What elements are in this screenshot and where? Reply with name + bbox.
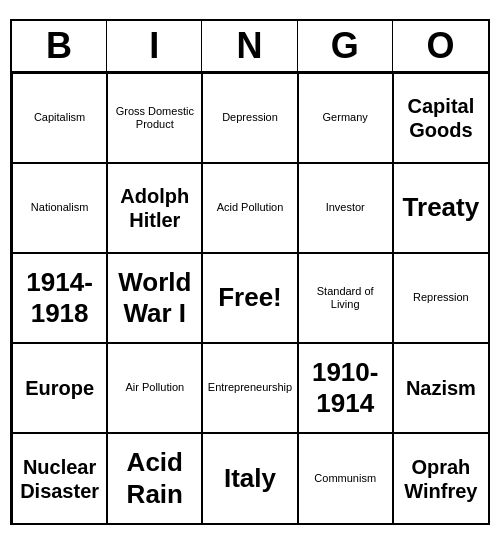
cell-text: Acid Rain bbox=[112, 447, 197, 509]
cell-text: Adolph Hitler bbox=[112, 184, 197, 232]
cell-text: Nationalism bbox=[31, 201, 88, 214]
cell-text: Oprah Winfrey bbox=[398, 455, 484, 503]
bingo-cell: Repression bbox=[393, 253, 488, 343]
cell-text: Air Pollution bbox=[125, 381, 184, 394]
header-letter: I bbox=[107, 21, 202, 71]
bingo-card: BINGO CapitalismGross Domestic ProductDe… bbox=[10, 19, 490, 525]
bingo-cell: Nuclear Disaster bbox=[12, 433, 107, 523]
bingo-cell: Germany bbox=[298, 73, 393, 163]
header-letter: O bbox=[393, 21, 488, 71]
cell-text: Capitalism bbox=[34, 111, 85, 124]
bingo-cell: Nationalism bbox=[12, 163, 107, 253]
cell-text: 1914-1918 bbox=[17, 267, 102, 329]
cell-text: Nazism bbox=[406, 376, 476, 400]
bingo-cell: Free! bbox=[202, 253, 297, 343]
bingo-cell: Investor bbox=[298, 163, 393, 253]
bingo-cell: Standard of Living bbox=[298, 253, 393, 343]
cell-text: Communism bbox=[314, 472, 376, 485]
cell-text: Gross Domestic Product bbox=[112, 105, 197, 131]
bingo-cell: Acid Pollution bbox=[202, 163, 297, 253]
bingo-cell: Treaty bbox=[393, 163, 488, 253]
cell-text: Nuclear Disaster bbox=[17, 455, 102, 503]
cell-text: Entrepreneurship bbox=[208, 381, 292, 394]
header-letter: G bbox=[298, 21, 393, 71]
cell-text: Repression bbox=[413, 291, 469, 304]
bingo-cell: Italy bbox=[202, 433, 297, 523]
bingo-cell: Depression bbox=[202, 73, 297, 163]
cell-text: Capital Goods bbox=[398, 94, 484, 142]
cell-text: Investor bbox=[326, 201, 365, 214]
bingo-cell: Air Pollution bbox=[107, 343, 202, 433]
header-letter: B bbox=[12, 21, 107, 71]
bingo-cell: World War I bbox=[107, 253, 202, 343]
cell-text: World War I bbox=[112, 267, 197, 329]
bingo-cell: Nazism bbox=[393, 343, 488, 433]
bingo-cell: Capitalism bbox=[12, 73, 107, 163]
bingo-cell: Capital Goods bbox=[393, 73, 488, 163]
bingo-grid: CapitalismGross Domestic ProductDepressi… bbox=[12, 73, 488, 523]
cell-text: Treaty bbox=[403, 192, 480, 223]
bingo-cell: Acid Rain bbox=[107, 433, 202, 523]
cell-text: Italy bbox=[224, 463, 276, 494]
cell-text: Free! bbox=[218, 282, 282, 313]
bingo-cell: Gross Domestic Product bbox=[107, 73, 202, 163]
cell-text: Standard of Living bbox=[303, 285, 388, 311]
bingo-cell: 1914-1918 bbox=[12, 253, 107, 343]
cell-text: Depression bbox=[222, 111, 278, 124]
cell-text: 1910-1914 bbox=[303, 357, 388, 419]
bingo-cell: Oprah Winfrey bbox=[393, 433, 488, 523]
cell-text: Germany bbox=[323, 111, 368, 124]
bingo-cell: Europe bbox=[12, 343, 107, 433]
header-letter: N bbox=[202, 21, 297, 71]
cell-text: Europe bbox=[25, 376, 94, 400]
bingo-cell: 1910-1914 bbox=[298, 343, 393, 433]
cell-text: Acid Pollution bbox=[217, 201, 284, 214]
bingo-header: BINGO bbox=[12, 21, 488, 73]
bingo-cell: Adolph Hitler bbox=[107, 163, 202, 253]
bingo-cell: Communism bbox=[298, 433, 393, 523]
bingo-cell: Entrepreneurship bbox=[202, 343, 297, 433]
